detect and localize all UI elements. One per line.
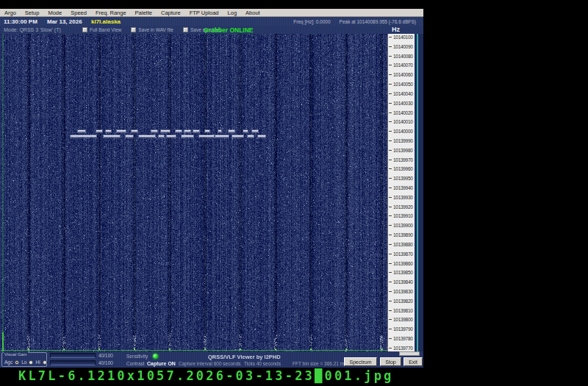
tick-mark (389, 225, 392, 226)
menu-item[interactable]: Freq. Range (91, 9, 131, 17)
stop-button[interactable]: Stop (380, 357, 401, 366)
frequency-tick-row: 10139900 (389, 223, 415, 228)
right-scrollbar-strip[interactable] (415, 34, 423, 351)
tick-mark (389, 215, 392, 216)
argo-window: ArgoSetupModeSpeedFreq. RangePaletteCapt… (0, 9, 423, 368)
tick-mark (389, 301, 392, 301)
freq-readout: Freq [Hz]: 0.0000 (293, 19, 330, 24)
hi-radio[interactable] (43, 360, 47, 365)
contrast-slider[interactable] (50, 360, 96, 365)
lo-label: Lo (21, 360, 26, 365)
frequency-label: 10140040 (393, 91, 413, 96)
contrast-label: Contrast (126, 361, 145, 366)
frequency-label: 10139770 (393, 346, 413, 351)
agc-label: Agc (4, 360, 12, 365)
frequency-label: 10139980 (393, 148, 413, 153)
scale-unit-label: Hz (392, 26, 400, 33)
frequency-tick-row: 10139840 (389, 279, 415, 285)
filename-caption: KL7L-6.1210x1057.2026-03-13-23█001.jpg (18, 368, 394, 383)
checkbox[interactable] (131, 27, 136, 32)
tick-mark (389, 121, 392, 122)
frequency-tick-row: 10139890 (389, 232, 415, 237)
tick-mark (389, 84, 392, 85)
capture-led-icon (153, 354, 158, 359)
menu-item[interactable]: Palette (131, 9, 157, 17)
menu-item[interactable]: Setup (21, 9, 44, 17)
tick-mark (389, 319, 392, 320)
frequency-tick-row: 10140040 (389, 91, 415, 96)
frequency-tick-row: 10140050 (389, 82, 415, 87)
frequency-label: 10140020 (393, 110, 413, 115)
menu-item[interactable]: Argo (0, 9, 21, 17)
menu-item[interactable]: Capture (157, 9, 185, 17)
checkbox-label: Save in WAV file (138, 27, 173, 32)
hi-label: Hi (35, 360, 40, 365)
sensitivity-slider-row: 40/100 (50, 353, 113, 358)
frequency-label: 10139780 (393, 336, 413, 341)
callsign-label: kl7l.alaska (91, 18, 121, 25)
frequency-label: 10139900 (393, 223, 413, 228)
frequency-tick-row: 10140060 (389, 72, 415, 77)
exit-button[interactable]: Exit (404, 357, 423, 366)
frequency-tick-row: 10139770 (389, 346, 415, 351)
checkbox-label: Full Band View (90, 27, 121, 32)
frequency-label: 10139870 (393, 251, 413, 257)
frequency-label: 10140060 (393, 72, 413, 77)
frequency-label: 10140010 (393, 119, 413, 124)
frequency-label: 10139840 (393, 279, 413, 285)
checkbox[interactable] (82, 27, 87, 32)
frequency-label: 10139800 (393, 317, 413, 322)
frequency-label: 10139880 (393, 242, 413, 247)
sensitivity-slider[interactable] (50, 353, 96, 358)
frequency-tick-row: 10139870 (389, 251, 415, 257)
checkbox-item: Full Band View (82, 27, 121, 32)
frequency-label: 10139790 (393, 326, 413, 332)
spectrogram-canvas[interactable] (1, 34, 387, 351)
frequency-label: 10139960 (393, 166, 413, 171)
frequency-label: 10140090 (393, 44, 413, 49)
menu-item[interactable]: Log (223, 9, 242, 17)
visual-gain-title: Visual Gain (4, 352, 28, 357)
frequency-label: 10139810 (393, 308, 413, 313)
tick-mark (389, 291, 392, 292)
tick-mark (389, 178, 392, 179)
frequency-label: 10139820 (393, 299, 413, 304)
agc-radio[interactable] (15, 360, 19, 365)
frequency-label: 10139930 (393, 195, 413, 200)
tick-mark (389, 168, 392, 169)
sensitivity-value: 40/100 (98, 353, 113, 358)
frequency-tick-row: 10140000 (389, 129, 415, 134)
capture-interval: Capture interval 600 seconds (179, 361, 241, 366)
checkbox[interactable] (183, 27, 188, 32)
mode-label: Mode: QRSS 3 'Slow' (T) (4, 27, 61, 32)
frequency-tick-row: 10139880 (389, 242, 415, 247)
spectrum-button[interactable]: Spectrum (344, 357, 377, 366)
frequency-tick-row: 10139830 (389, 289, 415, 294)
frequency-label: 10140100 (393, 35, 413, 40)
frequency-scale: 10140100 10140090 10140080 10140070 1014… (387, 34, 415, 351)
frequency-tick-row: 10139910 (389, 213, 415, 218)
frequency-label: 10140000 (393, 129, 413, 134)
frequency-tick-row: 10139970 (389, 157, 415, 162)
menu-item[interactable]: Mode (43, 9, 66, 17)
lo-radio[interactable] (29, 360, 33, 365)
tick-mark (389, 131, 392, 132)
scale-scrollbar-end[interactable] (399, 351, 420, 356)
frequency-tick-row: 10139810 (389, 308, 415, 313)
tick-mark (389, 112, 392, 113)
menu-item[interactable]: About (241, 9, 265, 17)
tick-mark (389, 37, 392, 37)
tick-mark (389, 282, 392, 282)
tick-mark (389, 244, 392, 245)
menu-item[interactable]: FTP Upload (185, 9, 223, 17)
frequency-label: 10140050 (393, 82, 413, 87)
tick-mark (389, 207, 392, 207)
menu-bar: ArgoSetupModeSpeedFreq. RangePaletteCapt… (0, 9, 423, 17)
frequency-tick-row: 10139940 (389, 185, 415, 190)
frequency-label: 10139890 (393, 232, 413, 237)
frequency-tick-row: 10139960 (389, 166, 415, 171)
frequency-tick-row: 10140080 (389, 54, 415, 59)
menu-item[interactable]: Speed (66, 9, 91, 17)
tick-mark (389, 329, 392, 329)
frequency-label: 10139940 (393, 185, 413, 190)
